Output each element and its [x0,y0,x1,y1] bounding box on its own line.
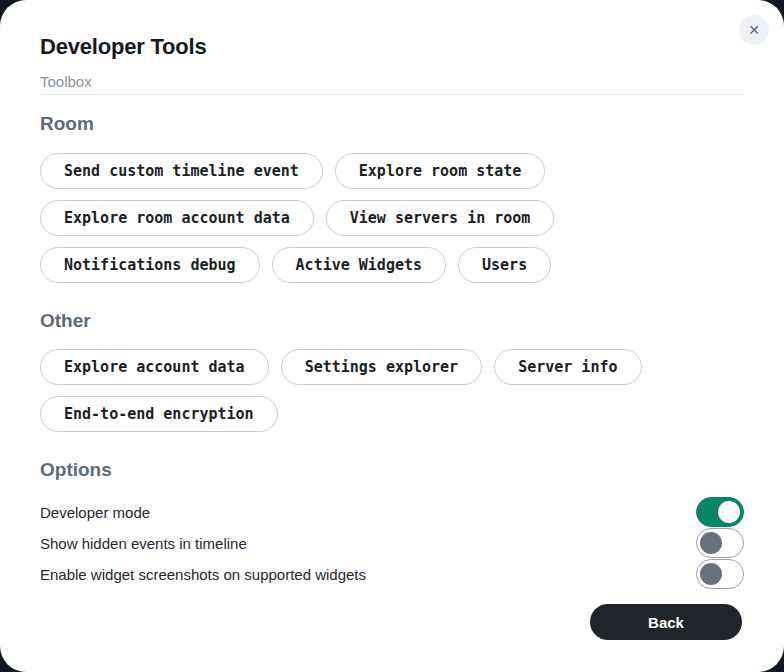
option-row-widget-screenshots: Enable widget screenshots on supported w… [40,559,744,589]
widget-screenshots-label: Enable widget screenshots on supported w… [40,566,366,583]
other-buttons: Explore account data Settings explorer S… [40,349,744,432]
dialog-title: Developer Tools [40,34,744,60]
explore-room-account-data-button[interactable]: Explore room account data [40,200,314,236]
toggle-knob [718,501,740,523]
server-info-button[interactable]: Server info [494,349,641,385]
close-icon: ✕ [748,22,760,38]
options-list: Developer mode Show hidden events in tim… [40,497,744,589]
show-hidden-events-toggle[interactable] [696,528,744,558]
option-row-show-hidden-events: Show hidden events in timeline [40,528,744,558]
explore-room-state-button[interactable]: Explore room state [335,153,546,189]
explore-account-data-button[interactable]: Explore account data [40,349,269,385]
send-custom-timeline-event-button[interactable]: Send custom timeline event [40,153,323,189]
view-servers-in-room-button[interactable]: View servers in room [326,200,555,236]
toggle-knob [700,532,722,554]
end-to-end-encryption-button[interactable]: End-to-end encryption [40,396,278,432]
option-row-developer-mode: Developer mode [40,497,744,527]
section-heading-options: Options [40,458,744,482]
dialog-subtitle: Toolbox [40,73,744,91]
toggle-knob [700,563,722,585]
section-heading-room: Room [40,112,744,136]
header-divider [40,94,744,95]
developer-tools-dialog: ✕ Developer Tools Toolbox Room Send cust… [0,0,784,672]
developer-mode-toggle[interactable] [696,497,744,527]
section-heading-other: Other [40,309,744,333]
show-hidden-events-label: Show hidden events in timeline [40,535,247,552]
notifications-debug-button[interactable]: Notifications debug [40,247,260,283]
active-widgets-button[interactable]: Active Widgets [272,247,446,283]
widget-screenshots-toggle[interactable] [696,559,744,589]
developer-mode-label: Developer mode [40,504,150,521]
close-button[interactable]: ✕ [739,15,769,45]
back-button[interactable]: Back [590,604,742,640]
settings-explorer-button[interactable]: Settings explorer [281,349,483,385]
users-button[interactable]: Users [458,247,551,283]
room-buttons: Send custom timeline event Explore room … [40,153,744,283]
